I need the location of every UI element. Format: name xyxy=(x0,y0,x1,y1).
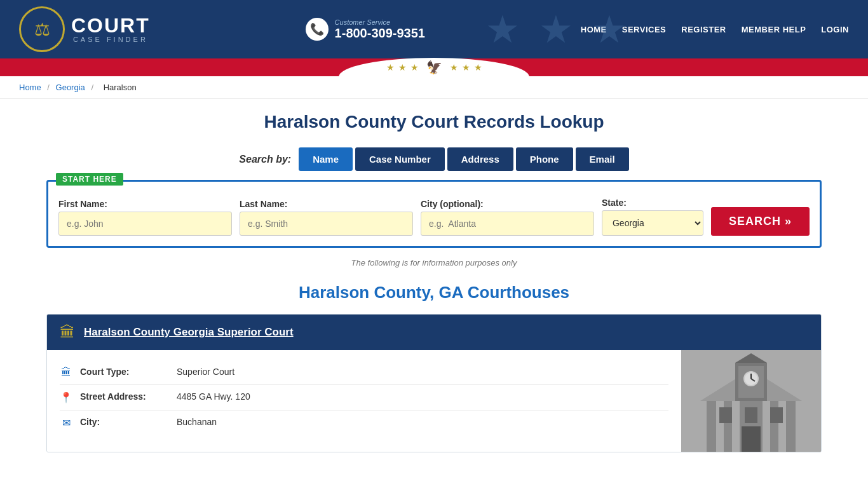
courthouse-card: 🏛 Haralson County Georgia Superior Court… xyxy=(46,314,822,452)
bg-star-1: ★ xyxy=(485,7,520,51)
star-group-left: ★ ★ ★ xyxy=(386,62,419,72)
customer-service-label: Customer Service xyxy=(335,18,425,26)
header-background-stars: ★ ★ ★ xyxy=(485,7,627,51)
first-name-input[interactable] xyxy=(58,212,232,236)
search-form-container: START HERE First Name: Last Name: City (… xyxy=(46,180,822,248)
city-group: City (optional): xyxy=(421,199,594,236)
city-label: City (optional): xyxy=(421,199,594,209)
first-name-group: First Name: xyxy=(58,199,232,236)
last-name-label: Last Name: xyxy=(240,199,413,209)
detail-value-city: Buchanan xyxy=(177,417,217,427)
search-button[interactable]: SEARCH » xyxy=(711,207,810,236)
courthouse-body: 🏛 Court Type: Superior Court 📍 Street Ad… xyxy=(47,350,821,452)
svg-rect-13 xyxy=(742,426,761,452)
nav-login[interactable]: LOGIN xyxy=(821,25,849,34)
phone-text: Customer Service 1-800-309-9351 xyxy=(335,18,425,41)
banner-arch: ★ ★ ★ 🦅 ★ ★ ★ xyxy=(0,58,868,76)
phone-block: 📞 Customer Service 1-800-309-9351 xyxy=(306,18,425,41)
svg-rect-4 xyxy=(763,395,770,452)
breadcrumb-georgia[interactable]: Georgia xyxy=(56,83,85,92)
state-select[interactable]: Georgia Alabama Alaska Arizona Florida T… xyxy=(602,210,703,236)
breadcrumb-sep-1: / xyxy=(47,83,51,92)
logo-subtitle: CASE FINDER xyxy=(71,36,150,43)
detail-icon-type: 🏛 xyxy=(60,367,72,378)
logo-text: COURT CASE FINDER xyxy=(71,15,150,43)
eagle-icon: 🦅 xyxy=(426,60,442,75)
breadcrumb-home[interactable]: Home xyxy=(19,83,41,92)
search-by-row: Search by: Name Case Number Address Phon… xyxy=(46,147,822,171)
courthouse-building-icon: 🏛 xyxy=(60,323,75,341)
banner-eagle: ★ ★ ★ 🦅 ★ ★ ★ xyxy=(386,60,482,75)
tab-email[interactable]: Email xyxy=(576,147,629,171)
tab-name[interactable]: Name xyxy=(299,147,353,171)
detail-label-city: City: xyxy=(80,417,169,427)
courthouse-header: 🏛 Haralson County Georgia Superior Court xyxy=(47,315,821,350)
phone-number: 1-800-309-9351 xyxy=(335,26,425,40)
search-by-label: Search by: xyxy=(239,154,291,165)
star-4: ★ xyxy=(450,62,458,72)
bg-star-2: ★ xyxy=(539,7,573,51)
star-5: ★ xyxy=(462,62,470,72)
last-name-group: Last Name: xyxy=(240,199,413,236)
tab-phone[interactable]: Phone xyxy=(516,147,573,171)
site-logo[interactable]: ⚖ COURT CASE FINDER xyxy=(19,6,150,52)
detail-icon-city: ✉ xyxy=(60,417,72,429)
courthouse-details: 🏛 Court Type: Superior Court 📍 Street Ad… xyxy=(47,350,681,452)
nav-member-help[interactable]: MEMBER HELP xyxy=(742,25,806,34)
star-2: ★ xyxy=(398,62,407,72)
svg-rect-11 xyxy=(745,407,757,423)
tab-address[interactable]: Address xyxy=(447,147,513,171)
detail-icon-address: 📍 xyxy=(60,391,72,403)
detail-row-city: ✉ City: Buchanan xyxy=(60,410,668,435)
courthouse-image xyxy=(681,350,821,452)
courthouse-img-placeholder xyxy=(681,350,821,452)
state-group: State: Georgia Alabama Alaska Arizona Fl… xyxy=(602,198,703,236)
star-1: ★ xyxy=(386,62,395,72)
first-name-label: First Name: xyxy=(58,199,232,209)
bg-star-3: ★ xyxy=(592,7,627,51)
logo-court-text: COURT xyxy=(71,15,150,36)
last-name-input[interactable] xyxy=(240,212,413,236)
star-6: ★ xyxy=(474,62,482,72)
svg-rect-10 xyxy=(719,407,732,423)
detail-value-address: 4485 GA Hwy. 120 xyxy=(177,391,250,402)
logo-emblem: ⚖ xyxy=(19,6,65,52)
phone-icon: 📞 xyxy=(306,18,329,41)
courthouse-title-link[interactable]: Haralson County Georgia Superior Court xyxy=(84,326,294,339)
form-row: First Name: Last Name: City (optional): … xyxy=(58,194,810,236)
start-here-badge: START HERE xyxy=(56,173,123,186)
breadcrumb: Home / Georgia / Haralson xyxy=(0,76,868,99)
search-button-group: . SEARCH » xyxy=(711,194,810,236)
detail-value-type: Superior Court xyxy=(177,367,234,377)
city-input[interactable] xyxy=(421,212,594,236)
star-3: ★ xyxy=(410,62,419,72)
detail-label-type: Court Type: xyxy=(80,367,169,377)
detail-row-type: 🏛 Court Type: Superior Court xyxy=(60,360,668,385)
nav-services[interactable]: SERVICES xyxy=(622,25,667,34)
nav-register[interactable]: REGISTER xyxy=(681,25,726,34)
breadcrumb-sep-2: / xyxy=(91,83,95,92)
info-note: The following is for information purpose… xyxy=(46,258,822,268)
page-title: Haralson County Court Records Lookup xyxy=(46,112,822,132)
detail-row-address: 📍 Street Address: 4485 GA Hwy. 120 xyxy=(60,385,668,410)
breadcrumb-current: Haralson xyxy=(104,83,137,92)
state-label: State: xyxy=(602,198,703,208)
star-group-right: ★ ★ ★ xyxy=(450,62,482,72)
detail-label-address: Street Address: xyxy=(80,391,169,402)
svg-rect-12 xyxy=(770,407,783,423)
main-content: Haralson County Court Records Lookup Sea… xyxy=(27,99,841,475)
tab-case-number[interactable]: Case Number xyxy=(355,147,445,171)
site-header: ★ ★ ★ ⚖ COURT CASE FINDER 📞 Customer Ser… xyxy=(0,0,868,58)
svg-rect-3 xyxy=(732,395,740,452)
courthouses-title: Haralson County, GA Courthouses xyxy=(46,283,822,302)
